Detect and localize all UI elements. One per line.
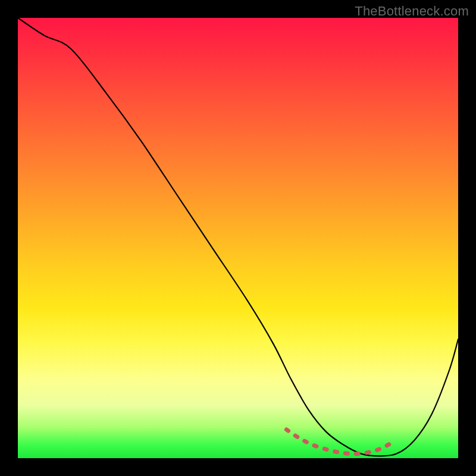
plot-area bbox=[18, 18, 458, 458]
bottleneck-curve bbox=[18, 18, 458, 456]
curve-layer bbox=[18, 18, 458, 458]
watermark-text: TheBottleneck.com bbox=[355, 4, 469, 19]
chart-frame: TheBottleneck.com bbox=[0, 0, 476, 476]
